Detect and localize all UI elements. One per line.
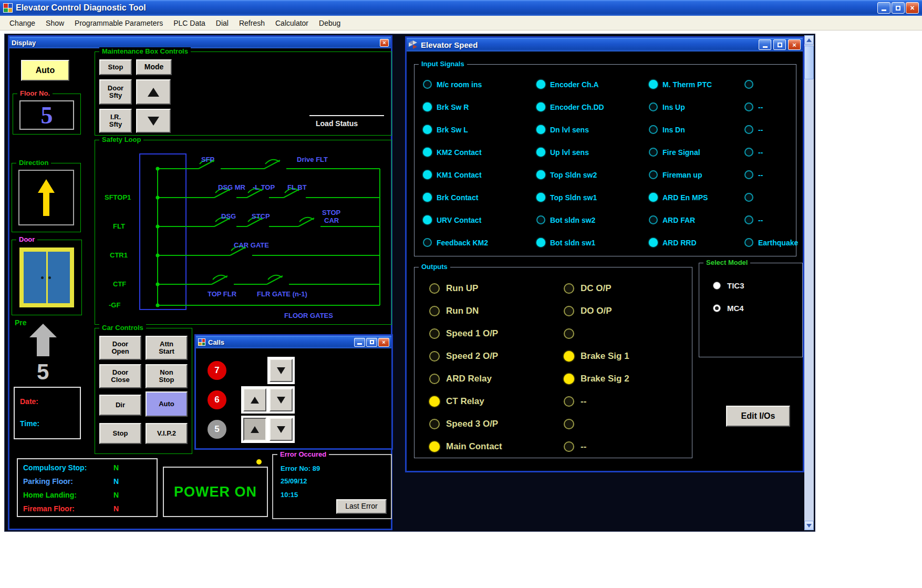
- fl-bt-label: FL BT: [287, 183, 307, 191]
- safety-loop-group: Safety Loop: [95, 140, 392, 325]
- menu-item[interactable]: Programmable Parameters: [69, 17, 168, 29]
- output-label: DO O/P: [581, 306, 612, 316]
- call-up-button[interactable]: [243, 388, 266, 411]
- maximize-icon[interactable]: [892, 2, 905, 14]
- output-item: Run DN: [429, 300, 564, 322]
- signal-item: Encoder Ch.DD: [536, 96, 649, 118]
- flt-label: FLT: [113, 222, 125, 230]
- calls-maximize-icon[interactable]: [366, 338, 377, 347]
- ir-safety-button[interactable]: I.R. Sfty: [99, 109, 132, 133]
- maint-down-button[interactable]: [136, 109, 171, 133]
- auto-mode-button[interactable]: Auto: [21, 60, 69, 81]
- door-dot: [48, 276, 51, 279]
- call-down-button[interactable]: [270, 418, 293, 441]
- led-indicator: [423, 238, 432, 247]
- menu-item[interactable]: Debug: [314, 17, 346, 29]
- down-triangle-icon: [277, 367, 285, 374]
- stop-car-label-1: STOP: [322, 209, 340, 216]
- led-indicator: [429, 328, 440, 339]
- signal-item: --: [744, 118, 796, 141]
- status-label: Fireman Floor:: [23, 504, 75, 513]
- vip2-button[interactable]: V.I.P.2: [146, 423, 188, 444]
- signal-label: Earthquake: [758, 239, 798, 247]
- call-down-button[interactable]: [270, 388, 293, 411]
- speed-titlebar[interactable]: Elevator Speed ×: [407, 38, 803, 51]
- radio-icon: [713, 282, 721, 290]
- output-label: Speed 3 O/P: [446, 419, 498, 429]
- calls-window: Calls × 7 6: [194, 334, 393, 450]
- model-radio-option[interactable]: MC4: [713, 304, 744, 313]
- calls-title: Calls: [208, 338, 224, 346]
- car-stop-button[interactable]: Stop: [99, 423, 141, 444]
- door-safety-button[interactable]: Door Sfty: [99, 79, 132, 105]
- menu-item[interactable]: Change: [4, 17, 40, 29]
- close-icon[interactable]: ×: [906, 2, 919, 14]
- power-indicator-dot: [256, 459, 262, 465]
- door-open-button[interactable]: Door Open: [99, 336, 141, 360]
- status-box: Compulsory Stop: N Parking Floor: N Home…: [17, 458, 158, 517]
- minimize-icon[interactable]: [877, 2, 890, 14]
- app-title: Elevator Control Diagnostic Tool: [16, 3, 146, 13]
- ir-safety-line1: I.R.: [110, 114, 121, 121]
- bus-enclosure: [140, 154, 186, 310]
- mdi-panel: Display × Auto Floor No. 5 Direction: [4, 34, 815, 532]
- edit-ios-button[interactable]: Edit I/Os: [726, 406, 790, 427]
- call-up-button[interactable]: [243, 418, 266, 441]
- speed-minimize-icon[interactable]: [759, 39, 771, 50]
- door-close-button[interactable]: Door Close: [99, 364, 141, 388]
- display-titlebar[interactable]: Display ×: [9, 37, 391, 48]
- ctf-label: CTF: [113, 280, 126, 288]
- attn-start-line1: Attn: [160, 341, 173, 348]
- led-indicator: [649, 193, 658, 202]
- display-close-icon[interactable]: ×: [380, 39, 389, 47]
- attn-start-button[interactable]: Attn Start: [146, 336, 188, 360]
- maint-up-button[interactable]: [136, 79, 171, 105]
- maint-mode-button[interactable]: Mode: [136, 59, 172, 75]
- led-indicator: [564, 396, 574, 407]
- output-label: Main Contact: [446, 441, 502, 452]
- calls-close-icon[interactable]: ×: [378, 338, 389, 347]
- scroll-up-icon[interactable]: [804, 35, 814, 45]
- led-indicator: [536, 80, 545, 89]
- signal-label: ARD RRD: [662, 239, 697, 247]
- scrollbar-thumb[interactable]: [804, 46, 814, 79]
- led-indicator: [649, 102, 658, 111]
- output-item: Main Contact: [429, 435, 564, 458]
- last-error-button[interactable]: Last Error: [336, 499, 387, 514]
- calls-titlebar[interactable]: Calls ×: [196, 336, 391, 348]
- non-stop-button[interactable]: Non Stop: [146, 364, 188, 388]
- signal-item: Brk Sw L: [423, 118, 536, 141]
- menu-item[interactable]: Dial: [211, 17, 234, 29]
- model-radio-option[interactable]: TIC3: [713, 281, 744, 290]
- scroll-down-icon[interactable]: [804, 521, 814, 530]
- speed-close-icon[interactable]: ×: [788, 39, 801, 50]
- maint-stop-button[interactable]: Stop: [99, 59, 132, 75]
- speed-maximize-icon[interactable]: [773, 39, 786, 50]
- led-indicator: [423, 215, 432, 224]
- led-indicator: [429, 306, 440, 316]
- output-label: Brake Sig 1: [581, 351, 629, 362]
- call-down-button[interactable]: [270, 359, 293, 382]
- menu-item[interactable]: PLC Data: [168, 17, 211, 29]
- menu-item[interactable]: Show: [40, 17, 69, 29]
- led-indicator: [429, 374, 440, 384]
- signal-item: [744, 186, 796, 209]
- dir-button[interactable]: Dir: [99, 395, 141, 416]
- menu-item[interactable]: Calculator: [270, 17, 314, 29]
- window-controls: ×: [877, 2, 919, 14]
- app-titlebar[interactable]: Elevator Control Diagnostic Tool ×: [0, 0, 922, 16]
- signal-item: Fireman up: [649, 163, 744, 186]
- signal-item: Feedback KM2: [423, 231, 536, 254]
- floor-no-label: Floor No.: [17, 89, 53, 97]
- signal-item: Ins Dn: [649, 118, 744, 141]
- vertical-scrollbar[interactable]: [804, 35, 814, 530]
- menu-item[interactable]: Refresh: [234, 17, 270, 29]
- safety-loop-title: Safety Loop: [99, 136, 143, 143]
- up-triangle-icon: [251, 397, 259, 404]
- calls-icon: [198, 338, 205, 346]
- power-on-text: POWER ON: [174, 484, 257, 500]
- car-auto-button[interactable]: Auto: [146, 391, 188, 417]
- calls-minimize-icon[interactable]: [354, 338, 365, 347]
- status-value: N: [113, 491, 119, 499]
- select-model-group: Select Model TIC3 MC4: [699, 263, 803, 357]
